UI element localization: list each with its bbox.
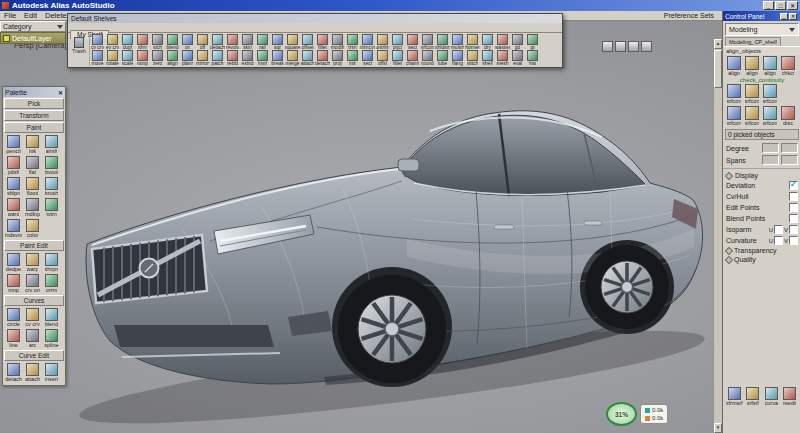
cp-tool[interactable]: chkct: [779, 56, 797, 76]
shelf-tool[interactable]: sect: [405, 34, 420, 50]
shelf-tool[interactable]: on: [180, 34, 195, 50]
mode-dropdown[interactable]: Modeling: [725, 23, 799, 36]
cp-tool[interactable]: srfcon: [761, 106, 779, 126]
shelf-tool[interactable]: detach: [315, 50, 330, 66]
shelf-tool[interactable]: skin: [240, 34, 255, 50]
palette-tool[interactable]: mdsvm: [4, 219, 23, 238]
degree-input-v[interactable]: [781, 143, 798, 153]
menu-item[interactable]: Edit: [20, 11, 41, 20]
cp-tool[interactable]: rsedit: [781, 387, 800, 406]
layer-item[interactable]: DefaultLayer: [0, 32, 66, 44]
scrollbar-thumb[interactable]: [714, 50, 722, 88]
palette-tool[interactable]: mdlnp: [23, 198, 42, 217]
palette-section-curve-edit[interactable]: Curve Edit: [4, 350, 64, 361]
palette-titlebar[interactable]: Palette ✕: [3, 87, 65, 97]
cp-tool[interactable]: curva: [762, 387, 781, 406]
display-checkbox[interactable]: [789, 203, 798, 212]
spans-input-u[interactable]: [762, 155, 779, 165]
palette-tool[interactable]: dedpe: [4, 253, 23, 272]
shelf-tool[interactable]: square: [285, 34, 300, 50]
shelf-tool[interactable]: blend: [165, 34, 180, 50]
palette-section-paint-edit[interactable]: Paint Edit: [4, 240, 64, 251]
palette-tool[interactable]: circle: [4, 308, 23, 327]
palette-tool[interactable]: flood: [23, 177, 42, 196]
u-checkbox[interactable]: [774, 236, 783, 245]
palette-section-pick[interactable]: Pick: [4, 98, 64, 109]
shelf-tool[interactable]: scale: [120, 50, 135, 66]
shelf-tool[interactable]: sect: [360, 50, 375, 66]
palette-tool[interactable]: crv on: [23, 274, 42, 293]
cp-tool[interactable]: srfcon: [725, 106, 743, 126]
palette-tool[interactable]: shlpn: [4, 177, 23, 196]
shelf-tool[interactable]: eval: [510, 50, 525, 66]
palette-tool[interactable]: color: [23, 219, 42, 238]
shelf-titlebar[interactable]: Default Shelves: [68, 14, 562, 23]
shelf-tool[interactable]: attach: [300, 50, 315, 66]
spans-input-v[interactable]: [781, 155, 798, 165]
palette-tool[interactable]: cv crv: [23, 308, 42, 327]
display-checkbox[interactable]: [789, 214, 798, 223]
shelf-tool[interactable]: stitch: [465, 50, 480, 66]
u-checkbox[interactable]: [774, 225, 783, 234]
shelf-tool[interactable]: break: [270, 50, 285, 66]
shelf-tool[interactable]: mulsrf: [450, 34, 465, 50]
shelf-tool[interactable]: mirror: [195, 50, 210, 66]
shelf-tool[interactable]: planr: [180, 50, 195, 66]
shelf-tool[interactable]: srfcon: [420, 34, 435, 50]
view-cube-icon[interactable]: [628, 41, 639, 52]
shelf-tool[interactable]: gd: [510, 34, 525, 50]
layer-color-swatch[interactable]: [3, 35, 10, 42]
palette-section-curves[interactable]: Curves: [4, 295, 64, 306]
shelf-tool[interactable]: rebld: [225, 50, 240, 66]
palette-tool[interactable]: arc: [23, 329, 42, 348]
shelf-tool[interactable]: extnd: [240, 50, 255, 66]
palette-close-icon[interactable]: ✕: [58, 89, 63, 96]
cp-tool[interactable]: srfsrf: [744, 387, 763, 406]
shelf-tool[interactable]: ev crv: [105, 34, 120, 50]
scroll-down-icon[interactable]: ▼: [714, 423, 722, 433]
degree-input-u[interactable]: [762, 143, 779, 153]
shelf-tool[interactable]: chamf: [405, 50, 420, 66]
palette-tool[interactable]: spline: [42, 329, 61, 348]
palette-tool[interactable]: bvool: [42, 156, 61, 175]
menu-item[interactable]: File: [0, 11, 20, 20]
display-checkbox[interactable]: [789, 181, 798, 190]
shelf-tool[interactable]: dry: [480, 34, 495, 50]
cp-tool[interactable]: xfrmsrf: [725, 387, 744, 406]
shelf-tool[interactable]: trim: [345, 34, 360, 50]
shelf-tool[interactable]: gt: [525, 34, 540, 50]
cp-tool[interactable]: align: [743, 56, 761, 76]
shelf-tool[interactable]: fillet: [390, 50, 405, 66]
maximize-button[interactable]: □: [775, 1, 786, 10]
shelf-tool[interactable]: move: [90, 50, 105, 66]
shelf-tool[interactable]: untrim: [375, 34, 390, 50]
shelf-tool[interactable]: trimcvt: [360, 34, 375, 50]
palette-tool[interactable]: mnp: [4, 274, 23, 293]
cp-tool[interactable]: disc: [779, 106, 797, 126]
shelf-tool[interactable]: wastex: [495, 34, 510, 50]
palette-tool[interactable]: shrpn: [42, 253, 61, 272]
palette-tool[interactable]: line: [4, 329, 23, 348]
v-checkbox[interactable]: [789, 236, 798, 245]
shelf-tool[interactable]: shldsm: [435, 34, 450, 50]
shelf-tool[interactable]: stch: [150, 34, 165, 50]
palette-tool[interactable]: airsft: [42, 135, 61, 154]
cp-tool[interactable]: srfcon: [725, 84, 743, 104]
palette-tool[interactable]: orrm: [42, 274, 61, 293]
camera-icon[interactable]: [641, 41, 652, 52]
shelf-tool[interactable]: zero: [150, 50, 165, 66]
category-dropdown[interactable]: Category: [0, 21, 66, 32]
shelf-tool[interactable]: merge: [285, 50, 300, 66]
cp-tool[interactable]: align: [725, 56, 743, 76]
shelf-tool[interactable]: offset: [300, 34, 315, 50]
shelf-tool[interactable]: patch: [210, 50, 225, 66]
display-checkbox[interactable]: [789, 192, 798, 201]
palette-tool[interactable]: flat: [23, 156, 42, 175]
shade-toggle-icon[interactable]: [615, 41, 626, 52]
v-checkbox[interactable]: [789, 225, 798, 234]
cp-tool[interactable]: srfcon: [743, 84, 761, 104]
shelf-tool[interactable]: prjct: [390, 34, 405, 50]
shelf-tool[interactable]: modift: [330, 34, 345, 50]
shelf-tool[interactable]: cv crv: [90, 34, 105, 50]
palette-tool[interactable]: ink: [23, 135, 42, 154]
